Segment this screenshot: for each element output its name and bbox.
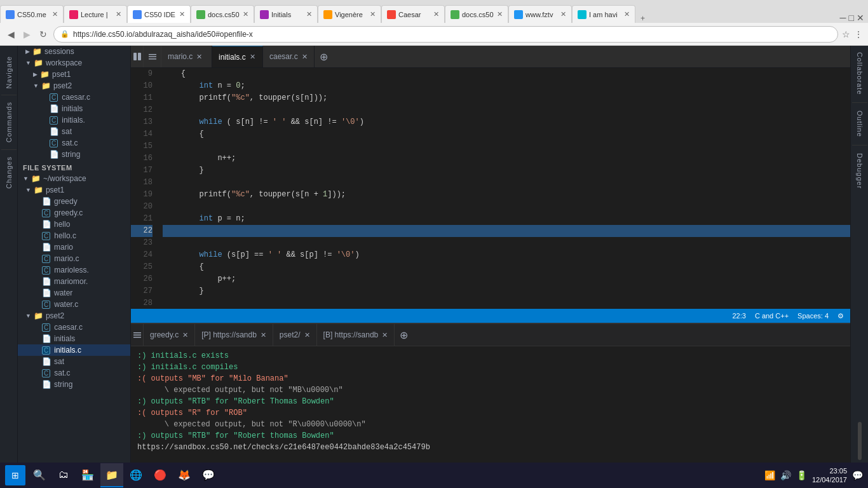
tab-close-icon[interactable]: ✕ <box>304 331 310 339</box>
code-content[interactable]: { int n = 0; printf("%c", toupper(s[n]))… <box>158 68 850 309</box>
tree-item-pset1-top[interactable]: ▶ 📁 pset1 <box>18 69 130 80</box>
tab-close-icon[interactable]: ✕ <box>182 331 188 339</box>
tree-item-mario[interactable]: 📄 mario <box>18 241 130 253</box>
bookmark-button[interactable]: ☆ <box>842 29 850 39</box>
tree-item-caesar-c-top[interactable]: C caesar.c <box>18 92 130 103</box>
taskbar-search-btn[interactable]: 🔍 <box>28 463 51 487</box>
taskbar-avast-btn[interactable]: 🔴 <box>149 463 172 487</box>
address-bar[interactable]: 🔒 https://ide.cs50.io/abdulrazaq_aisha/i… <box>53 26 838 43</box>
sidebar-debugger-btn[interactable]: Debugger <box>855 149 865 193</box>
split-view-btn[interactable] <box>131 46 144 68</box>
tab-menu-btn[interactable] <box>144 46 161 68</box>
terminal-tab-sandbox2[interactable]: [B] https://sandb ✕ <box>317 324 395 346</box>
sidebar-outline-btn[interactable]: Outline <box>855 107 865 141</box>
tree-item-hello[interactable]: 📄 hello <box>18 219 130 230</box>
tree-item-string-top[interactable]: 📄 string <box>18 149 130 160</box>
tree-item-pset2-top[interactable]: ▼ 📁 pset2 <box>18 80 130 92</box>
taskbar-msg-btn[interactable]: 💬 <box>197 463 220 487</box>
browser-tab-docs1[interactable]: docs.cs50 ✕ <box>191 5 254 23</box>
sidebar-changes-btn[interactable]: Changes <box>4 152 14 193</box>
tree-item-sessions[interactable]: ▶ 📁 sessions <box>18 46 130 57</box>
browser-tab-lecture[interactable]: Lecture | ✕ <box>64 5 127 23</box>
taskbar-notification-icon[interactable]: 💬 <box>852 470 863 480</box>
tab-close-icon[interactable]: ✕ <box>433 10 439 18</box>
tree-item-sat-fs[interactable]: 📄 sat <box>18 356 130 367</box>
editor-tab-initials-c[interactable]: initials.c ✕ <box>212 46 263 68</box>
browser-tab-docs2[interactable]: docs.cs50 ✕ <box>445 5 508 23</box>
taskbar-chrome-btn[interactable]: 🌐 <box>125 463 147 487</box>
browser-tab-cs50me[interactable]: CS50.me ✕ <box>0 5 64 23</box>
tree-item-initials-c-top[interactable]: C initials. <box>18 114 130 126</box>
tab-close-icon[interactable]: ✕ <box>497 10 503 18</box>
tab-close-icon[interactable]: ✕ <box>370 10 376 18</box>
add-tab-button[interactable]: ⊕ <box>315 51 333 63</box>
new-tab-button[interactable]: + <box>635 14 650 23</box>
sidebar-navigate-btn[interactable]: Navigate <box>4 52 14 92</box>
browser-tab-cs50ide[interactable]: CS50 IDE ✕ <box>127 5 191 23</box>
settings-icon[interactable]: ⚙ <box>837 312 844 320</box>
taskbar-files-btn[interactable]: 📁 <box>100 463 123 487</box>
tree-item-water[interactable]: 📄 water <box>18 287 130 299</box>
c-badge: C <box>42 301 50 309</box>
close-button[interactable]: ✕ <box>857 13 864 23</box>
tab-close-icon[interactable]: ✕ <box>179 10 185 18</box>
browser-tab-initials[interactable]: Initials ✕ <box>254 5 318 23</box>
editor-tab-caesar-c[interactable]: caesar.c ✕ <box>263 46 315 68</box>
back-button[interactable]: ◀ <box>5 28 17 41</box>
sidebar-commands-btn[interactable]: Commands <box>4 98 14 146</box>
tab-close-icon[interactable]: ✕ <box>624 10 630 18</box>
tree-item-greedy-c[interactable]: C greedy.c <box>18 207 130 219</box>
browser-tab-vigenere[interactable]: Vigenère ✕ <box>318 5 381 23</box>
extensions-button[interactable]: ⋮ <box>854 29 863 39</box>
forward-button[interactable]: ▶ <box>21 28 33 41</box>
tab-close-icon[interactable]: ✕ <box>306 10 312 18</box>
taskbar-firefox-btn[interactable]: 🦊 <box>173 463 196 487</box>
refresh-button[interactable]: ↻ <box>37 28 50 41</box>
tree-item-string-fs[interactable]: 📄 string <box>18 379 130 390</box>
tree-item-greedy[interactable]: 📄 greedy <box>18 196 130 207</box>
taskbar-store-btn[interactable]: 🏪 <box>76 463 99 487</box>
tree-item-initials-top[interactable]: 📄 initials <box>18 103 130 114</box>
tree-item-mariomor[interactable]: 📄 mariomor. <box>18 276 130 287</box>
browser-tab-caesar[interactable]: Caesar ✕ <box>381 5 445 23</box>
browser-tab-fztv[interactable]: www.fztv ✕ <box>508 5 572 23</box>
tree-item-mario-c[interactable]: C mario.c <box>18 253 130 264</box>
terminal-tab-greedy[interactable]: greedy.c ✕ <box>144 324 195 346</box>
scrollbar-thumb[interactable] <box>858 422 862 460</box>
tab-close-icon[interactable]: ✕ <box>382 331 388 339</box>
tree-item-initials-fs[interactable]: 📄 initials <box>18 333 130 344</box>
tab-close-icon[interactable]: ✕ <box>52 10 58 18</box>
terminal-menu-btn[interactable] <box>131 324 144 346</box>
sidebar-collaborate-btn[interactable]: Collaborate <box>855 48 865 98</box>
tab-close-icon[interactable]: ✕ <box>250 53 255 61</box>
tree-item-hello-c[interactable]: C hello.c <box>18 230 130 241</box>
tab-close-icon[interactable]: ✕ <box>302 53 308 61</box>
tree-item-caesar-c-fs[interactable]: C caesar.c <box>18 322 130 333</box>
terminal-tab-pset2[interactable]: pset2/ ✕ <box>273 324 317 346</box>
tree-item-pset2-fs[interactable]: ▼ 📁 pset2 <box>18 310 130 322</box>
tab-close-icon[interactable]: ✕ <box>560 10 566 18</box>
browser-tab-iamhavi[interactable]: I am havi ✕ <box>572 5 635 23</box>
tree-item-water-c[interactable]: C water.c <box>18 299 130 310</box>
add-terminal-button[interactable]: ⊕ <box>395 329 413 341</box>
terminal-content[interactable]: :) initials.c exists :) initials.c compi… <box>131 346 850 463</box>
maximize-button[interactable]: □ <box>849 13 854 23</box>
tab-close-icon[interactable]: ✕ <box>116 10 121 18</box>
tab-close-icon[interactable]: ✕ <box>243 10 248 18</box>
tree-item-marioless[interactable]: C marioless. <box>18 264 130 276</box>
editor-tab-mario-c[interactable]: mario.c ✕ <box>161 46 212 68</box>
start-button[interactable]: ⊞ <box>5 465 25 485</box>
taskbar-task-view-btn[interactable]: 🗂 <box>52 463 75 487</box>
tree-item-workspace-top[interactable]: ▼ 📁 workspace <box>18 57 130 69</box>
tab-close-icon[interactable]: ✕ <box>261 331 266 339</box>
tree-item-workspace-root[interactable]: ▼ 📁 ~/workspace <box>18 173 130 184</box>
tree-item-sat-c-fs[interactable]: C sat.c <box>18 367 130 379</box>
tree-item-pset1[interactable]: ▼ 📁 pset1 <box>18 184 130 196</box>
minimize-button[interactable]: ─ <box>840 13 846 23</box>
terminal-tab-sandbox1[interactable]: [P] https://sandb ✕ <box>195 324 273 346</box>
tree-item-sat-top[interactable]: 📄 sat <box>18 126 130 137</box>
tree-item-initials-c-fs[interactable]: C initials.c <box>18 344 130 356</box>
tab-close-icon[interactable]: ✕ <box>196 53 202 61</box>
tree-item-sat-c-top[interactable]: C sat.c <box>18 137 130 149</box>
tree-label: pset2 <box>46 311 64 320</box>
